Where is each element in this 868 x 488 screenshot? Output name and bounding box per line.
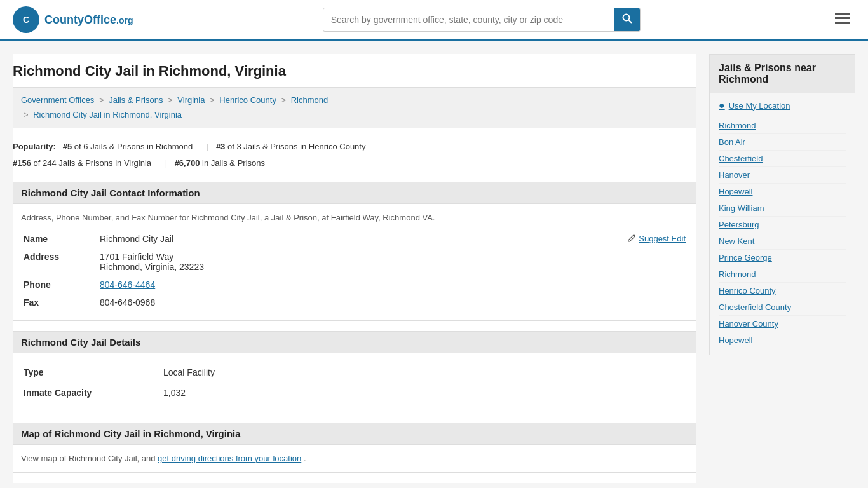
contact-table: Name Richmond City Jail Suggest Edit <box>21 230 688 311</box>
sidebar-link-3[interactable]: Hanover <box>719 167 846 184</box>
breadcrumb-sep-1: > <box>99 95 104 105</box>
use-my-location-label: Use My Location <box>729 101 790 111</box>
capacity-label: Inmate Capacity <box>21 383 161 403</box>
svg-line-3 <box>628 20 632 24</box>
suggest-edit[interactable]: Suggest Edit <box>627 234 686 243</box>
sidebar-link-8[interactable]: Prince George <box>719 250 846 266</box>
svg-text:C: C <box>23 15 29 25</box>
sidebar-link-11[interactable]: Chesterfield County <box>719 299 846 316</box>
address-label: Address <box>21 248 97 276</box>
content-area: Richmond City Jail in Richmond, Virginia… <box>13 54 696 483</box>
sidebar-links: RichmondBon AirChesterfieldHanoverHopewe… <box>719 118 846 348</box>
details-section-header: Richmond City Jail Details <box>13 331 696 353</box>
type-value: Local Facility <box>161 362 688 383</box>
name-value: Richmond City Jail Suggest Edit <box>97 230 688 248</box>
svg-rect-4 <box>835 13 850 15</box>
sidebar-link-1[interactable]: Bon Air <box>719 134 846 151</box>
pop-item-3: #156 of 244 Jails & Prisons in Virginia <box>13 158 151 168</box>
phone-label: Phone <box>21 276 97 294</box>
logo-area: C CountyOffice.org <box>13 6 133 33</box>
search-area <box>323 8 641 32</box>
details-section-body: Type Local Facility Inmate Capacity 1,03… <box>13 353 696 412</box>
location-pin-icon: ● <box>719 100 725 111</box>
popularity-label: Popularity: <box>13 142 56 151</box>
popularity-area: Popularity: #5 of 6 Jails & Prisons in R… <box>13 139 696 172</box>
svg-rect-6 <box>835 22 850 24</box>
type-label: Type <box>21 362 161 383</box>
contact-description: Address, Phone Number, and Fax Number fo… <box>21 213 688 222</box>
breadcrumb-link-3[interactable]: Virginia <box>177 95 205 105</box>
sidebar-link-12[interactable]: Hanover County <box>719 316 846 332</box>
phone-link[interactable]: 804-646-4464 <box>100 280 155 290</box>
menu-button[interactable] <box>830 9 855 30</box>
breadcrumb-sep-2: > <box>168 95 173 105</box>
sidebar-link-7[interactable]: New Kent <box>719 233 846 250</box>
svg-point-7 <box>634 235 635 237</box>
sidebar: Jails & Prisons near Richmond ● Use My L… <box>709 54 855 483</box>
map-section-header: Map of Richmond City Jail in Richmond, V… <box>13 423 696 445</box>
pop-item-1: #5 of 6 Jails & Prisons in Richmond <box>63 142 193 151</box>
sidebar-link-9[interactable]: Richmond <box>719 266 846 283</box>
sidebar-link-6[interactable]: Petersburg <box>719 217 846 233</box>
logo-text: CountyOffice.org <box>44 13 133 27</box>
sidebar-header: Jails & Prisons near Richmond <box>709 54 855 93</box>
suggest-edit-link[interactable]: Suggest Edit <box>639 234 686 243</box>
table-row: Name Richmond City Jail Suggest Edit <box>21 230 688 248</box>
contact-section-body: Address, Phone Number, and Fax Number fo… <box>13 204 696 321</box>
breadcrumb: Government Offices > Jails & Prisons > V… <box>13 87 696 128</box>
header: C CountyOffice.org <box>0 0 868 41</box>
use-my-location-button[interactable]: ● Use My Location <box>719 100 846 111</box>
search-button[interactable] <box>614 8 640 31</box>
fax-value: 804-646-0968 <box>97 294 688 311</box>
name-label: Name <box>21 230 97 248</box>
page-title: Richmond City Jail in Richmond, Virginia <box>13 54 696 87</box>
capacity-value: 1,032 <box>161 383 688 403</box>
sidebar-body: ● Use My Location RichmondBon AirChester… <box>709 93 855 355</box>
search-input[interactable] <box>323 10 614 30</box>
logo-suffix: .org <box>116 15 133 25</box>
logo-icon: C <box>13 6 39 33</box>
breadcrumb-sep-4: > <box>281 95 287 105</box>
logo-brand: CountyOffice <box>44 13 116 26</box>
sidebar-link-5[interactable]: King William <box>719 200 846 217</box>
breadcrumb-sep-3: > <box>210 95 215 105</box>
breadcrumb-link-2[interactable]: Jails & Prisons <box>109 95 163 105</box>
breadcrumb-sep-5: > <box>24 110 29 119</box>
breadcrumb-link-4[interactable]: Henrico County <box>219 95 276 105</box>
pop-item-2: #3 of 3 Jails & Prisons in Henrico Count… <box>216 142 366 151</box>
phone-value: 804-646-4464 <box>97 276 688 294</box>
sidebar-link-4[interactable]: Hopewell <box>719 184 846 200</box>
directions-link[interactable]: get driving directions from your locatio… <box>158 454 301 463</box>
address-value: 1701 Fairfield Way Richmond, Virginia, 2… <box>97 248 688 276</box>
breadcrumb-link-6[interactable]: Richmond City Jail in Richmond, Virginia <box>33 110 182 119</box>
table-row: Fax 804-646-0968 <box>21 294 688 311</box>
fax-label: Fax <box>21 294 97 311</box>
breadcrumb-link-1[interactable]: Government Offices <box>21 95 94 105</box>
map-section-body: View map of Richmond City Jail, and get … <box>13 445 696 473</box>
sidebar-link-2[interactable]: Chesterfield <box>719 151 846 167</box>
pop-item-4: #6,700 in Jails & Prisons <box>175 158 265 168</box>
map-description: View map of Richmond City Jail, and get … <box>21 454 688 463</box>
breadcrumb-link-5[interactable]: Richmond <box>291 95 329 105</box>
svg-point-2 <box>623 15 629 21</box>
contact-section-header: Richmond City Jail Contact Information <box>13 182 696 204</box>
sidebar-link-10[interactable]: Henrico County <box>719 283 846 299</box>
table-row: Type Local Facility <box>21 362 688 383</box>
table-row: Inmate Capacity 1,032 <box>21 383 688 403</box>
details-table: Type Local Facility Inmate Capacity 1,03… <box>21 362 688 403</box>
table-row: Address 1701 Fairfield Way Richmond, Vir… <box>21 248 688 276</box>
table-row: Phone 804-646-4464 <box>21 276 688 294</box>
svg-rect-5 <box>835 17 850 19</box>
main-container: Richmond City Jail in Richmond, Virginia… <box>0 41 868 488</box>
sidebar-link-13[interactable]: Hopewell <box>719 332 846 348</box>
sidebar-link-0[interactable]: Richmond <box>719 118 846 134</box>
